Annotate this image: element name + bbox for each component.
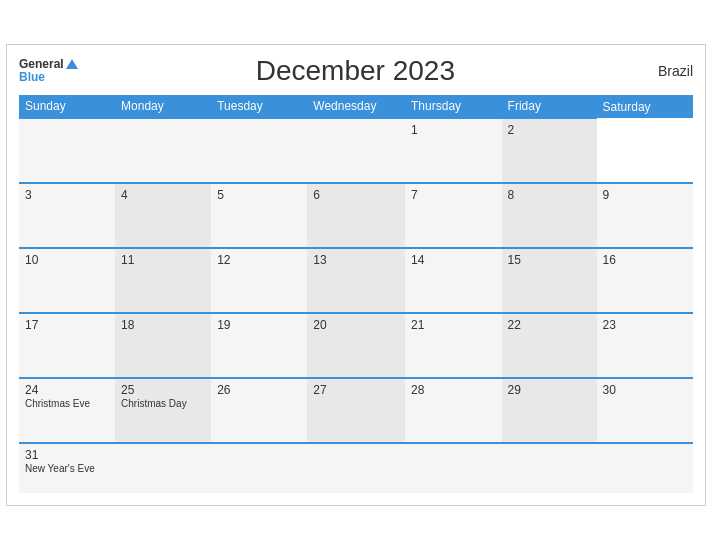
weekday-header: Tuesday bbox=[211, 95, 307, 118]
day-number: 14 bbox=[411, 253, 496, 267]
calendar-cell: 5 bbox=[211, 183, 307, 248]
calendar-cell bbox=[597, 443, 693, 493]
calendar-week-row: 24Christmas Eve25Christmas Day2627282930 bbox=[19, 378, 693, 443]
calendar-cell bbox=[19, 118, 115, 183]
day-number: 7 bbox=[411, 188, 496, 202]
calendar-cell: 2 bbox=[502, 118, 597, 183]
calendar-cell bbox=[307, 118, 405, 183]
calendar-title: December 2023 bbox=[78, 55, 633, 87]
weekday-header: Friday bbox=[502, 95, 597, 118]
calendar-cell: 18 bbox=[115, 313, 211, 378]
weekday-header: Saturday bbox=[597, 95, 693, 118]
calendar-cell: 12 bbox=[211, 248, 307, 313]
calendar-cell: 26 bbox=[211, 378, 307, 443]
calendar-cell: 13 bbox=[307, 248, 405, 313]
calendar-cell: 4 bbox=[115, 183, 211, 248]
calendar-cell: 31New Year's Eve bbox=[19, 443, 115, 493]
calendar-event: Christmas Day bbox=[121, 398, 205, 409]
day-number: 29 bbox=[508, 383, 591, 397]
calendar-cell bbox=[115, 118, 211, 183]
day-number: 21 bbox=[411, 318, 496, 332]
calendar-cell: 27 bbox=[307, 378, 405, 443]
day-number: 12 bbox=[217, 253, 301, 267]
day-number: 16 bbox=[603, 253, 687, 267]
calendar-event: New Year's Eve bbox=[25, 463, 109, 474]
calendar-grid: SundayMondayTuesdayWednesdayThursdayFrid… bbox=[19, 95, 693, 493]
day-number: 17 bbox=[25, 318, 109, 332]
calendar-cell: 16 bbox=[597, 248, 693, 313]
calendar-cell: 15 bbox=[502, 248, 597, 313]
calendar-cell: 30 bbox=[597, 378, 693, 443]
country-label: Brazil bbox=[633, 63, 693, 79]
logo-blue-text: Blue bbox=[19, 71, 78, 84]
calendar-header: General Blue December 2023 Brazil bbox=[19, 55, 693, 87]
calendar-week-row: 3456789 bbox=[19, 183, 693, 248]
weekday-header: Sunday bbox=[19, 95, 115, 118]
day-number: 11 bbox=[121, 253, 205, 267]
calendar-cell bbox=[115, 443, 211, 493]
day-number: 5 bbox=[217, 188, 301, 202]
calendar-week-row: 10111213141516 bbox=[19, 248, 693, 313]
calendar-cell: 22 bbox=[502, 313, 597, 378]
calendar-week-row: 12 bbox=[19, 118, 693, 183]
day-number: 28 bbox=[411, 383, 496, 397]
weekday-header: Monday bbox=[115, 95, 211, 118]
calendar-cell: 24Christmas Eve bbox=[19, 378, 115, 443]
logo: General Blue bbox=[19, 58, 78, 84]
calendar-cell: 6 bbox=[307, 183, 405, 248]
calendar-cell bbox=[211, 443, 307, 493]
calendar-week-row: 17181920212223 bbox=[19, 313, 693, 378]
calendar-cell: 21 bbox=[405, 313, 502, 378]
weekday-header-row: SundayMondayTuesdayWednesdayThursdayFrid… bbox=[19, 95, 693, 118]
weekday-header: Thursday bbox=[405, 95, 502, 118]
calendar-cell: 11 bbox=[115, 248, 211, 313]
calendar-event: Christmas Eve bbox=[25, 398, 109, 409]
day-number: 23 bbox=[603, 318, 687, 332]
day-number: 31 bbox=[25, 448, 109, 462]
day-number: 3 bbox=[25, 188, 109, 202]
calendar-cell: 7 bbox=[405, 183, 502, 248]
day-number: 6 bbox=[313, 188, 399, 202]
day-number: 10 bbox=[25, 253, 109, 267]
day-number: 22 bbox=[508, 318, 591, 332]
day-number: 26 bbox=[217, 383, 301, 397]
calendar-container: General Blue December 2023 Brazil Sunday… bbox=[6, 44, 706, 506]
day-number: 24 bbox=[25, 383, 109, 397]
day-number: 2 bbox=[508, 123, 591, 137]
calendar-cell bbox=[211, 118, 307, 183]
calendar-cell: 17 bbox=[19, 313, 115, 378]
calendar-cell: 25Christmas Day bbox=[115, 378, 211, 443]
day-number: 13 bbox=[313, 253, 399, 267]
day-number: 4 bbox=[121, 188, 205, 202]
day-number: 15 bbox=[508, 253, 591, 267]
calendar-cell: 10 bbox=[19, 248, 115, 313]
calendar-cell: 8 bbox=[502, 183, 597, 248]
calendar-week-row: 31New Year's Eve bbox=[19, 443, 693, 493]
calendar-cell bbox=[502, 443, 597, 493]
day-number: 30 bbox=[603, 383, 687, 397]
day-number: 19 bbox=[217, 318, 301, 332]
calendar-cell: 9 bbox=[597, 183, 693, 248]
calendar-cell: 1 bbox=[405, 118, 502, 183]
day-number: 27 bbox=[313, 383, 399, 397]
logo-triangle-icon bbox=[66, 59, 78, 69]
day-number: 9 bbox=[603, 188, 687, 202]
day-number: 8 bbox=[508, 188, 591, 202]
day-number: 18 bbox=[121, 318, 205, 332]
calendar-cell: 3 bbox=[19, 183, 115, 248]
calendar-cell bbox=[307, 443, 405, 493]
calendar-cell: 23 bbox=[597, 313, 693, 378]
calendar-cell: 19 bbox=[211, 313, 307, 378]
day-number: 20 bbox=[313, 318, 399, 332]
calendar-cell bbox=[405, 443, 502, 493]
calendar-cell: 29 bbox=[502, 378, 597, 443]
weekday-header: Wednesday bbox=[307, 95, 405, 118]
day-number: 25 bbox=[121, 383, 205, 397]
calendar-cell: 14 bbox=[405, 248, 502, 313]
day-number: 1 bbox=[411, 123, 496, 137]
calendar-cell: 28 bbox=[405, 378, 502, 443]
calendar-cell: 20 bbox=[307, 313, 405, 378]
